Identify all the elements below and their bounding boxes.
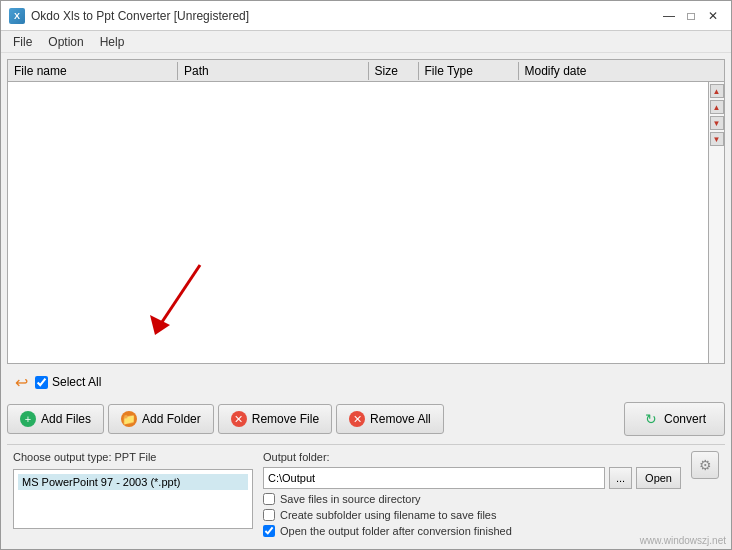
file-table-header: File name Path Size File Type Modify dat…	[8, 60, 724, 82]
create-subfolder-row: Create subfolder using filename to save …	[263, 509, 681, 521]
convert-label: Convert	[664, 412, 706, 426]
window-title: Okdo Xls to Ppt Converter [Unregistered]	[31, 9, 249, 23]
add-files-button[interactable]: + Add Files	[7, 404, 104, 434]
minimize-button[interactable]: —	[659, 6, 679, 26]
scroll-up-button[interactable]: ▲	[710, 100, 724, 114]
select-all-row: ↩ Select All	[7, 370, 725, 394]
file-table-container: File name Path Size File Type Modify dat…	[7, 59, 725, 364]
menu-bar: File Option Help	[1, 31, 731, 53]
app-icon: X	[9, 8, 25, 24]
remove-all-icon: ✕	[349, 411, 365, 427]
menu-help[interactable]: Help	[92, 33, 133, 51]
open-output-folder-checkbox[interactable]	[263, 525, 275, 537]
create-subfolder-checkbox[interactable]	[263, 509, 275, 521]
select-all-checkbox[interactable]	[35, 376, 48, 389]
open-output-folder-row: Open the output folder after conversion …	[263, 525, 681, 537]
convert-icon: ↻	[643, 411, 659, 427]
scroll-top-button[interactable]: ▲	[710, 84, 724, 98]
open-button[interactable]: Open	[636, 467, 681, 489]
col-header-modifydate: Modify date	[519, 62, 709, 80]
output-type-panel: Choose output type: PPT File MS PowerPoi…	[13, 451, 253, 537]
menu-file[interactable]: File	[5, 33, 40, 51]
remove-file-icon: ✕	[231, 411, 247, 427]
output-type-list[interactable]: MS PowerPoint 97 - 2003 (*.ppt)	[13, 469, 253, 529]
main-window: X Okdo Xls to Ppt Converter [Unregistere…	[0, 0, 732, 550]
output-folder-row: ... Open	[263, 467, 681, 489]
toolbar-row: + Add Files 📁 Add Folder ✕ Remove File ✕…	[7, 400, 725, 438]
output-folder-label: Output folder:	[263, 451, 681, 463]
bottom-panel: Choose output type: PPT File MS PowerPoi…	[7, 444, 725, 543]
close-button[interactable]: ✕	[703, 6, 723, 26]
file-table-body	[8, 82, 724, 363]
col-header-filetype: File Type	[419, 62, 519, 80]
add-files-icon: +	[20, 411, 36, 427]
select-all-label: Select All	[52, 375, 101, 389]
add-files-label: Add Files	[41, 412, 91, 426]
title-bar: X Okdo Xls to Ppt Converter [Unregistere…	[1, 1, 731, 31]
remove-file-button[interactable]: ✕ Remove File	[218, 404, 332, 434]
scroll-down-button[interactable]: ▼	[710, 116, 724, 130]
convert-button[interactable]: ↻ Convert	[624, 402, 725, 436]
browse-button[interactable]: ...	[609, 467, 632, 489]
save-source-dir-checkbox[interactable]	[263, 493, 275, 505]
remove-file-label: Remove File	[252, 412, 319, 426]
create-subfolder-label: Create subfolder using filename to save …	[280, 509, 496, 521]
add-folder-icon: 📁	[121, 411, 137, 427]
col-header-size: Size	[369, 62, 419, 80]
add-folder-label: Add Folder	[142, 412, 201, 426]
col-header-filename: File name	[8, 62, 178, 80]
scrollbar-right: ▲ ▲ ▼ ▼	[708, 82, 724, 363]
save-source-dir-row: Save files in source directory	[263, 493, 681, 505]
remove-all-button[interactable]: ✕ Remove All	[336, 404, 444, 434]
folder-up-icon: ↩	[11, 372, 31, 392]
output-folder-panel: Output folder: ... Open Save files in so…	[263, 451, 681, 537]
col-header-path: Path	[178, 62, 369, 80]
output-folder-input[interactable]	[263, 467, 605, 489]
remove-all-label: Remove All	[370, 412, 431, 426]
window-controls: — □ ✕	[659, 6, 723, 26]
open-output-folder-label: Open the output folder after conversion …	[280, 525, 512, 537]
add-folder-button[interactable]: 📁 Add Folder	[108, 404, 214, 434]
main-content: File name Path Size File Type Modify dat…	[1, 53, 731, 549]
menu-option[interactable]: Option	[40, 33, 91, 51]
output-type-label: Choose output type: PPT File	[13, 451, 253, 463]
scroll-bottom-button[interactable]: ▼	[710, 132, 724, 146]
output-type-selected-item[interactable]: MS PowerPoint 97 - 2003 (*.ppt)	[18, 474, 248, 490]
save-source-dir-label: Save files in source directory	[280, 493, 421, 505]
settings-gear-button[interactable]: ⚙	[691, 451, 719, 479]
maximize-button[interactable]: □	[681, 6, 701, 26]
